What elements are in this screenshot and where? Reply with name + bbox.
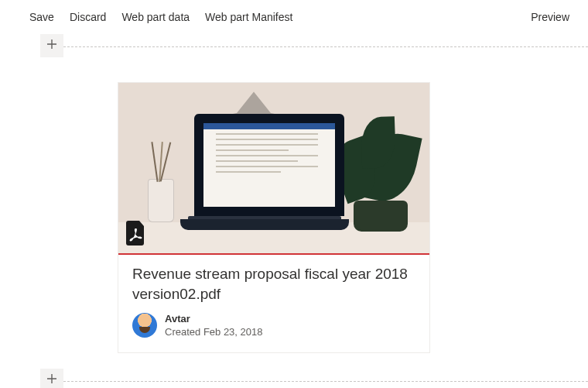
created-date: Created Feb 23, 2018 (165, 325, 263, 338)
add-webpart-button-bottom[interactable] (40, 369, 63, 388)
workbench-toolbar: Save Discard Web part data Web part Mani… (0, 0, 588, 34)
document-meta: Avtar Created Feb 23, 2018 (132, 312, 415, 338)
plus-icon (46, 373, 57, 387)
preview-button[interactable]: Preview (531, 11, 569, 23)
workbench-canvas: Revenue stream proposal fiscal year 2018… (15, 39, 588, 388)
webpart-manifest-button[interactable]: Web part Manifest (205, 11, 292, 23)
section-divider (63, 46, 588, 47)
discard-button[interactable]: Discard (70, 11, 106, 23)
avatar (132, 313, 157, 338)
plus-icon (46, 39, 57, 53)
document-title: Revenue stream proposal fiscal year 2018… (132, 264, 415, 304)
add-webpart-button-top[interactable] (40, 34, 63, 57)
webpart-data-button[interactable]: Web part data (121, 11, 190, 23)
document-card-body: Revenue stream proposal fiscal year 2018… (118, 255, 429, 352)
webpart-stage: Revenue stream proposal fiscal year 2018… (15, 56, 588, 353)
thumbnail-illustration (118, 83, 429, 253)
save-button[interactable]: Save (29, 11, 54, 23)
insert-section-bottom (15, 373, 588, 388)
pdf-file-icon (126, 221, 146, 246)
insert-section-top (15, 39, 588, 56)
document-thumbnail (118, 83, 429, 255)
document-card[interactable]: Revenue stream proposal fiscal year 2018… (118, 82, 430, 353)
section-divider (63, 381, 588, 382)
author-name: Avtar (165, 312, 263, 325)
